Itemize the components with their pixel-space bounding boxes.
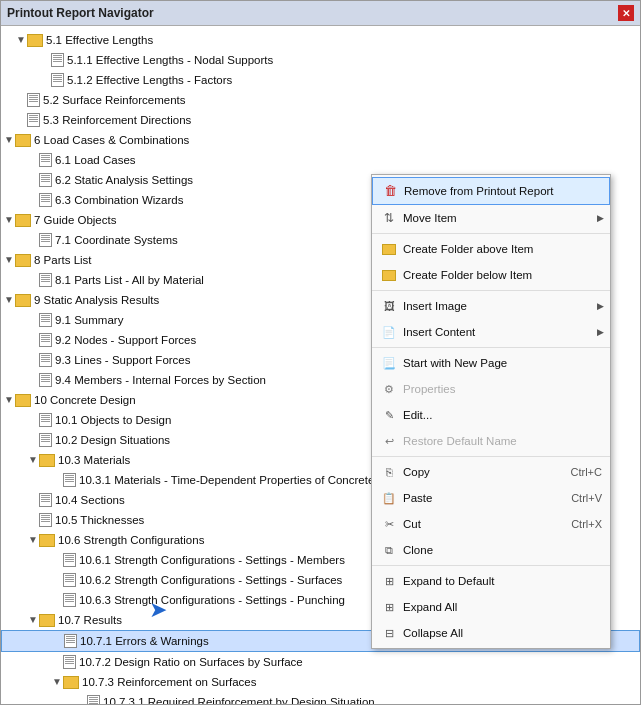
context-menu-edit[interactable]: ✎ Edit...	[372, 402, 610, 428]
page-icon	[39, 173, 52, 187]
tree-label: 10.7 Results	[58, 611, 122, 629]
insert-content-icon: 📄	[380, 323, 398, 341]
tree-label: 8.1 Parts List - All by Material	[55, 271, 204, 289]
tree-label: 9.1 Summary	[55, 311, 123, 329]
tree-label: 7 Guide Objects	[34, 211, 116, 229]
printout-report-navigator-window: Printout Report Navigator ✕ ▼ 5.1 Effect…	[0, 0, 641, 705]
context-menu-clone[interactable]: ⧉ Clone	[372, 537, 610, 563]
tree-label: 10.2 Design Situations	[55, 431, 170, 449]
page-icon	[39, 153, 52, 167]
list-item[interactable]: ▼ 10.7.3 Reinforcement on Surfaces	[1, 672, 640, 692]
list-item[interactable]: 5.1.1 Effective Lengths - Nodal Supports	[1, 50, 640, 70]
tree-label: 7.1 Coordinate Systems	[55, 231, 178, 249]
cut-shortcut: Ctrl+X	[571, 514, 602, 534]
page-icon	[63, 593, 76, 607]
context-menu-restore[interactable]: ↩ Restore Default Name	[372, 428, 610, 454]
list-item[interactable]: 10.7.2 Design Ratio on Surfaces by Surfa…	[1, 652, 640, 672]
page-icon	[27, 113, 40, 127]
context-menu-insert-image[interactable]: 🖼 Insert Image ▶	[372, 293, 610, 319]
ctx-label-expand-all: Expand All	[403, 597, 457, 617]
folder-icon	[15, 214, 31, 227]
ctx-label-move: Move Item	[403, 208, 457, 228]
page-icon	[39, 333, 52, 347]
page-icon	[51, 53, 64, 67]
list-item[interactable]: 6.1 Load Cases	[1, 150, 640, 170]
tree-label: 9.2 Nodes - Support Forces	[55, 331, 196, 349]
list-item[interactable]: ▼ 6 Load Cases & Combinations	[1, 130, 640, 150]
context-menu-collapse-all[interactable]: ⊟ Collapse All	[372, 620, 610, 646]
tree-label: 5.2 Surface Reinforcements	[43, 91, 186, 109]
context-menu-insert-content[interactable]: 📄 Insert Content ▶	[372, 319, 610, 345]
context-menu-move[interactable]: ⇅ Move Item ▶	[372, 205, 610, 231]
tree-label: 6.1 Load Cases	[55, 151, 136, 169]
page-icon	[39, 193, 52, 207]
titlebar: Printout Report Navigator ✕	[1, 1, 640, 26]
new-page-icon: 📃	[380, 354, 398, 372]
context-menu-paste[interactable]: 📋 Paste Ctrl+V	[372, 485, 610, 511]
tree-panel[interactable]: ▼ 5.1 Effective Lengths 5.1.1 Effective …	[1, 26, 640, 704]
toggle-icon[interactable]: ▼	[3, 251, 15, 269]
context-menu-expand-default[interactable]: ⊞ Expand to Default	[372, 568, 610, 594]
collapse-all-icon: ⊟	[380, 624, 398, 642]
tree-label: 10.1 Objects to Design	[55, 411, 171, 429]
window-title: Printout Report Navigator	[7, 6, 154, 20]
tree-label: 10.3 Materials	[58, 451, 130, 469]
context-menu-new-page[interactable]: 📃 Start with New Page	[372, 350, 610, 376]
toggle-icon[interactable]: ▼	[27, 531, 39, 549]
list-item[interactable]: 5.1.2 Effective Lengths - Factors	[1, 70, 640, 90]
separator-4	[372, 456, 610, 457]
toggle-icon[interactable]: ▼	[27, 451, 39, 469]
ctx-label-edit: Edit...	[403, 405, 432, 425]
copy-icon: ⎘	[380, 463, 398, 481]
context-menu-copy[interactable]: ⎘ Copy Ctrl+C	[372, 459, 610, 485]
ctx-label-paste: Paste	[403, 488, 432, 508]
ctx-label-restore: Restore Default Name	[403, 431, 517, 451]
toggle-icon[interactable]: ▼	[3, 131, 15, 149]
expand-all-icon: ⊞	[380, 598, 398, 616]
list-item[interactable]: 5.2 Surface Reinforcements	[1, 90, 640, 110]
ctx-label-insert-content: Insert Content	[403, 322, 475, 342]
page-icon	[63, 655, 76, 669]
toggle-icon[interactable]: ▼	[15, 31, 27, 49]
remove-icon: 🗑	[381, 182, 399, 200]
close-button[interactable]: ✕	[618, 5, 634, 21]
tree-label: 10.6.3 Strength Configurations - Setting…	[79, 591, 345, 609]
folder-icon	[63, 676, 79, 689]
page-icon	[63, 573, 76, 587]
tree-label: 10.3.1 Materials - Time-Dependent Proper…	[79, 471, 374, 489]
folder-icon	[15, 394, 31, 407]
toggle-icon[interactable]: ▼	[27, 611, 39, 629]
ctx-label-folder-above: Create Folder above Item	[403, 239, 533, 259]
context-menu-folder-above[interactable]: Create Folder above Item	[372, 236, 610, 262]
context-menu: 🗑 Remove from Printout Report ⇅ Move Ite…	[371, 174, 611, 649]
toggle-icon[interactable]: ▼	[3, 391, 15, 409]
context-menu-properties[interactable]: ⚙ Properties	[372, 376, 610, 402]
tree-label: 10.5 Thicknesses	[55, 511, 144, 529]
context-menu-folder-below[interactable]: Create Folder below Item	[372, 262, 610, 288]
page-icon	[51, 73, 64, 87]
toggle-icon[interactable]: ▼	[3, 291, 15, 309]
ctx-label-clone: Clone	[403, 540, 433, 560]
tree-label: 5.1.2 Effective Lengths - Factors	[67, 71, 232, 89]
list-item[interactable]: ▼ 5.1 Effective Lengths	[1, 30, 640, 50]
toggle-icon[interactable]: ▼	[51, 673, 63, 691]
tree-label: 10.7.3.1 Required Reinforcement by Desig…	[103, 693, 375, 704]
tree-label: 10.6.2 Strength Configurations - Setting…	[79, 571, 342, 589]
edit-icon: ✎	[380, 406, 398, 424]
properties-icon: ⚙	[380, 380, 398, 398]
tree-label: 10 Concrete Design	[34, 391, 136, 409]
page-icon	[27, 93, 40, 107]
context-menu-cut[interactable]: ✂ Cut Ctrl+X	[372, 511, 610, 537]
submenu-arrow-icon: ▶	[597, 296, 604, 316]
list-item[interactable]: 5.3 Reinforcement Directions	[1, 110, 640, 130]
tree-label: 9.3 Lines - Support Forces	[55, 351, 191, 369]
context-menu-expand-all[interactable]: ⊞ Expand All	[372, 594, 610, 620]
list-item[interactable]: 10.7.3.1 Required Reinforcement by Desig…	[1, 692, 640, 704]
tree-label: 6 Load Cases & Combinations	[34, 131, 189, 149]
toggle-icon[interactable]: ▼	[3, 211, 15, 229]
page-icon	[63, 553, 76, 567]
folder-icon	[15, 254, 31, 267]
tree-label: 10.7.1 Errors & Warnings	[80, 632, 209, 650]
context-menu-remove[interactable]: 🗑 Remove from Printout Report	[372, 177, 610, 205]
tree-label: 10.7.3 Reinforcement on Surfaces	[82, 673, 257, 691]
